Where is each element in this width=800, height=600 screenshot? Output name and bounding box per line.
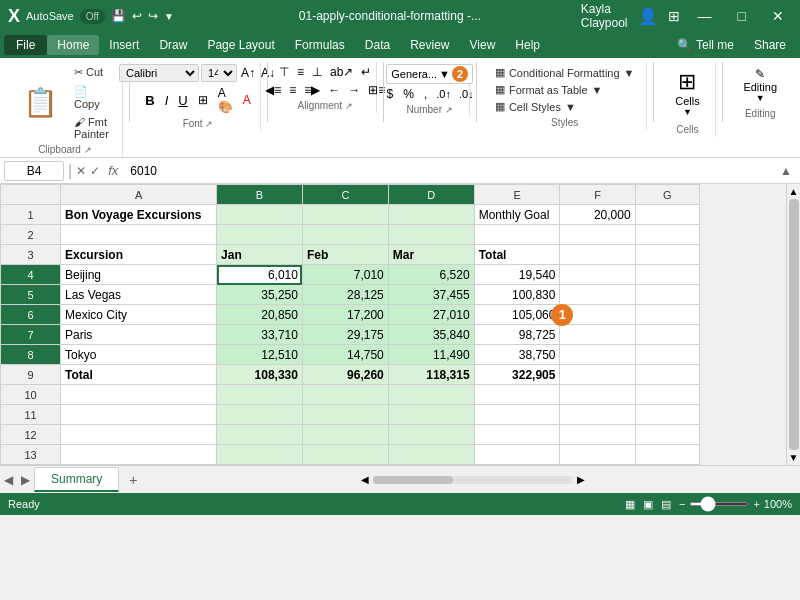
indent-decrease-button[interactable]: ← [325,82,343,98]
cell-g10[interactable] [635,385,699,405]
grid-wrapper[interactable]: A B C D E F G 1 Bon Voyage Excursions [0,184,786,465]
cell-b3[interactable]: Jan [217,245,303,265]
cell-g1[interactable] [635,205,699,225]
col-header-f[interactable]: F [560,185,635,205]
cell-e10[interactable] [474,385,560,405]
cell-b9[interactable]: 108,330 [217,365,303,385]
horizontal-scrollbar[interactable]: ◀ ▶ [146,474,800,485]
cell-e6[interactable]: 105,060 1 [474,305,560,325]
cell-a5[interactable]: Las Vegas [61,285,217,305]
row-num-6[interactable]: 6 [1,305,61,325]
cell-c4[interactable]: 7,010 [302,265,388,285]
row-num-2[interactable]: 2 [1,225,61,245]
format-painter-button[interactable]: 🖌 Fmt Painter [69,114,114,142]
cell-c5[interactable]: 28,125 [302,285,388,305]
menu-view[interactable]: View [460,35,506,55]
zoom-slider[interactable] [689,502,749,506]
cell-f5[interactable] [560,285,635,305]
row-num-9[interactable]: 9 [1,365,61,385]
cell-f8[interactable] [560,345,635,365]
cell-g4[interactable] [635,265,699,285]
cell-a8[interactable]: Tokyo [61,345,217,365]
cell-a2[interactable] [61,225,217,245]
cell-d5[interactable]: 37,455 [388,285,474,305]
menu-home[interactable]: Home [47,35,99,55]
row-num-1[interactable]: 1 [1,205,61,225]
cell-c13[interactable] [302,445,388,465]
cell-f4[interactable] [560,265,635,285]
align-right-button[interactable]: ≡▶ [301,82,323,98]
redo-icon[interactable]: ↪ [148,9,158,23]
border-button[interactable]: ⊞ [194,91,212,109]
menu-data[interactable]: Data [355,35,400,55]
cell-d9[interactable]: 118,315 [388,365,474,385]
format-as-table-button[interactable]: ▦ Format as Table ▼ [489,81,641,98]
cell-e1[interactable]: Monthly Goal [474,205,560,225]
align-top-button[interactable]: ⊤ [276,64,292,80]
cell-d12[interactable] [388,425,474,445]
cells-button[interactable]: ⊞ Cells ▼ [666,64,708,122]
cell-c7[interactable]: 29,175 [302,325,388,345]
align-left-button[interactable]: ◀≡ [262,82,284,98]
cell-a12[interactable] [61,425,217,445]
cell-a7[interactable]: Paris [61,325,217,345]
cell-b11[interactable] [217,405,303,425]
cell-c6[interactable]: 17,200 [302,305,388,325]
cell-styles-button[interactable]: ▦ Cell Styles ▼ [489,98,641,115]
cell-f12[interactable] [560,425,635,445]
cell-e4[interactable]: 19,540 [474,265,560,285]
cell-f1[interactable]: 20,000 [560,205,635,225]
zoom-in-button[interactable]: + [753,498,759,510]
cell-e9[interactable]: 322,905 [474,365,560,385]
cell-e8[interactable]: 38,750 [474,345,560,365]
dropdown-icon[interactable]: ▼ [164,11,174,22]
cell-c1[interactable] [302,205,388,225]
cell-a9[interactable]: Total [61,365,217,385]
cell-c12[interactable] [302,425,388,445]
view-layout-icon[interactable]: ▣ [643,498,653,511]
row-num-12[interactable]: 12 [1,425,61,445]
view-page-icon[interactable]: ▤ [661,498,671,511]
cell-a13[interactable] [61,445,217,465]
tab-scroll-right[interactable]: ▶ [17,473,34,487]
cell-d2[interactable] [388,225,474,245]
bold-button[interactable]: B [141,91,158,110]
confirm-formula-icon[interactable]: ✓ [90,164,100,178]
font-name-select[interactable]: Calibri [119,64,199,82]
cell-b1[interactable] [217,205,303,225]
cancel-formula-icon[interactable]: ✕ [76,164,86,178]
col-header-g[interactable]: G [635,185,699,205]
cell-d6[interactable]: 27,010 [388,305,474,325]
cell-g7[interactable] [635,325,699,345]
cell-e3[interactable]: Total [474,245,560,265]
col-header-e[interactable]: E [474,185,560,205]
cell-b8[interactable]: 12,510 [217,345,303,365]
undo-icon[interactable]: ↩ [132,9,142,23]
cell-d3[interactable]: Mar [388,245,474,265]
currency-button[interactable]: $ [383,86,398,102]
italic-button[interactable]: I [161,91,173,110]
cell-e7[interactable]: 98,725 [474,325,560,345]
cell-a4[interactable]: Beijing [61,265,217,285]
cell-g9[interactable] [635,365,699,385]
cell-a11[interactable] [61,405,217,425]
indent-increase-button[interactable]: → [345,82,363,98]
align-center-button[interactable]: ≡ [286,82,299,98]
menu-formulas[interactable]: Formulas [285,35,355,55]
cell-e5[interactable]: 100,830 [474,285,560,305]
copy-button[interactable]: 📄 Copy [69,83,114,112]
maximize-button[interactable]: □ [730,8,754,24]
share-button[interactable]: Share [744,35,796,55]
cell-c3[interactable]: Feb [302,245,388,265]
zoom-out-button[interactable]: − [679,498,685,510]
row-num-7[interactable]: 7 [1,325,61,345]
vertical-scrollbar[interactable]: ▲ ▼ [786,184,800,465]
wrap-text-button[interactable]: ↵ [358,64,374,80]
menu-help[interactable]: Help [505,35,550,55]
font-size-select[interactable]: 14 [201,64,237,82]
cell-a10[interactable] [61,385,217,405]
cell-b6[interactable]: 20,850 [217,305,303,325]
ribbon-toggle-icon[interactable]: ⊞ [668,8,680,24]
cell-c11[interactable] [302,405,388,425]
col-header-d[interactable]: D [388,185,474,205]
